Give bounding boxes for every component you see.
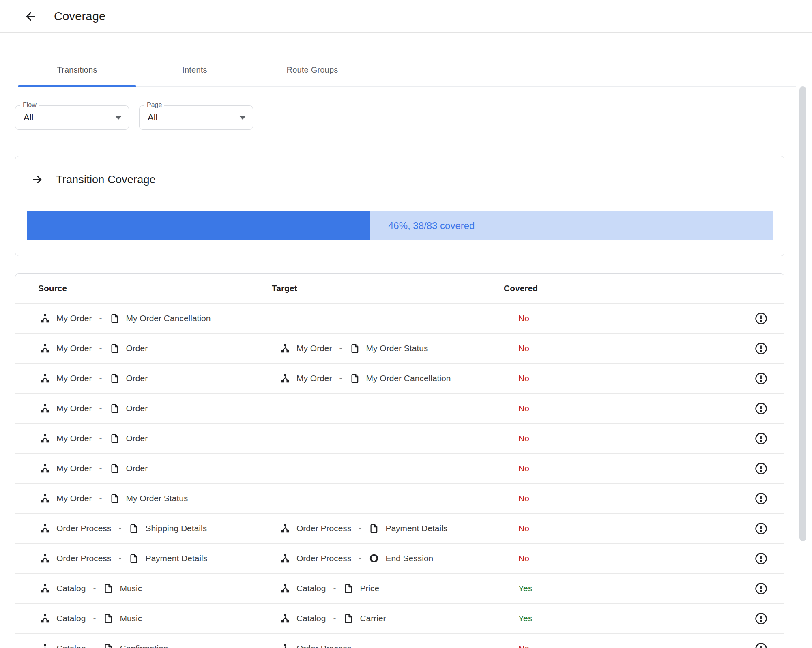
row-info-button[interactable] [754,342,768,355]
source-cell: My Order-My Order Status [15,493,272,504]
page-name: My Order Cancellation [366,373,451,383]
page-icon [110,343,120,354]
page-name: Payment Details [145,554,207,563]
page-name: Payment Details [385,524,447,533]
page-icon [350,373,360,384]
separator-dash: - [118,554,121,563]
alert-circle-icon [755,642,767,648]
row-info-button[interactable] [754,372,768,385]
table-row: My Order-Order My Order-My Order Cancell… [15,364,784,394]
content-area: Transitions Intents Route Groups Flow Al… [0,54,812,648]
page-icon [110,403,120,414]
target-cell: Order Process-End Session [272,553,504,564]
progress-label: 46%, 38/83 covered [388,220,475,232]
flow-name: My Order [56,494,92,503]
flow-icon [40,553,50,564]
tab-intents[interactable]: Intents [136,54,253,86]
flow-icon [280,553,290,564]
row-info-button[interactable] [754,552,768,565]
covered-status: No [504,313,698,323]
coverage-card-header: Transition Coverage [31,172,773,188]
flow-icon [40,523,50,534]
row-info-button[interactable] [754,642,768,648]
page-name: My Order Status [366,343,428,353]
alert-circle-icon [755,522,767,535]
transition-coverage-card: Transition Coverage 46%, 38/83 covered [15,156,784,256]
row-info-button[interactable] [754,612,768,625]
separator-dash: - [118,524,121,533]
separator-dash: - [93,584,96,593]
alert-circle-icon [755,462,767,475]
tab-label: Route Groups [287,65,338,75]
page-icon [129,553,139,564]
caret-down-icon [115,116,122,120]
covered-status: No [504,554,698,563]
flow-icon [40,493,50,504]
row-info-button[interactable] [754,462,768,475]
flow-name: My Order [56,433,92,443]
flow-icon [280,643,290,648]
top-app-bar: Coverage [0,0,812,33]
covered-status: No [504,644,698,648]
page-icon [103,583,114,594]
flow-filter-select[interactable]: Flow All [15,105,129,130]
page-icon [350,343,360,354]
page-name: Music [120,614,142,623]
tab-bar: Transitions Intents Route Groups [18,54,796,87]
row-info-button[interactable] [754,522,768,535]
arrow-right-icon [31,173,44,186]
page-filter-label: Page [144,101,164,109]
table-body: My Order-My Order Cancellation No My Ord… [15,304,784,648]
flow-name: Order Process [296,554,351,563]
vertical-scrollbar-thumb[interactable] [799,86,806,541]
row-info-button[interactable] [754,402,768,415]
page-filter-select[interactable]: Page All [139,105,253,130]
covered-status: No [504,463,698,473]
table-row: My Order-My Order Cancellation No [15,304,784,334]
separator-dash: - [99,494,102,503]
source-cell: Order Process-Payment Details [15,553,272,564]
covered-status: No [504,343,698,353]
flow-name: My Order [56,373,92,383]
flow-name: Catalog [56,644,86,648]
page-name: My Order Status [126,494,188,503]
flow-name: Catalog [56,614,86,623]
table-row: My Order-Order No [15,454,784,484]
flow-name: My Order [296,343,332,353]
page-name: Order [126,403,148,413]
coverage-table: Source Target Covered My Order-My Order … [15,273,784,648]
page-name: Order [126,433,148,443]
flow-name: Catalog [56,584,86,593]
flow-icon [40,463,50,474]
flow-icon [40,343,50,354]
row-info-button[interactable] [754,432,768,445]
source-cell: My Order-Order [15,403,272,414]
row-info-button[interactable] [754,312,768,325]
page-name: Confirmation [120,644,168,648]
alert-circle-icon [755,312,767,325]
page-name: Order [126,373,148,383]
end-session-icon [369,553,379,564]
flow-icon [40,373,50,384]
source-cell: My Order-Order [15,463,272,474]
flow-name: My Order [56,403,92,413]
covered-status: Yes [504,614,698,623]
row-info-button[interactable] [754,582,768,595]
table-row: Order Process-Payment Details Order Proc… [15,544,784,574]
tab-transitions[interactable]: Transitions [18,54,136,86]
tab-route-groups[interactable]: Route Groups [253,54,371,86]
row-info-button[interactable] [754,492,768,505]
flow-icon [280,583,290,594]
tab-label: Intents [182,65,207,75]
target-cell: Catalog-Price [272,583,504,594]
flow-icon [280,373,290,384]
flow-name: Order Process [296,524,351,533]
table-row: Catalog-Music Catalog-Price Yes [15,574,784,604]
filters-row: Flow All Page All [15,105,812,130]
flow-name: My Order [56,463,92,473]
target-cell: Order Process-Payment Details [272,523,504,534]
back-button[interactable] [24,9,37,23]
page-icon [343,613,354,624]
flow-filter-value: All [24,112,33,123]
flow-filter-label: Flow [20,101,39,109]
